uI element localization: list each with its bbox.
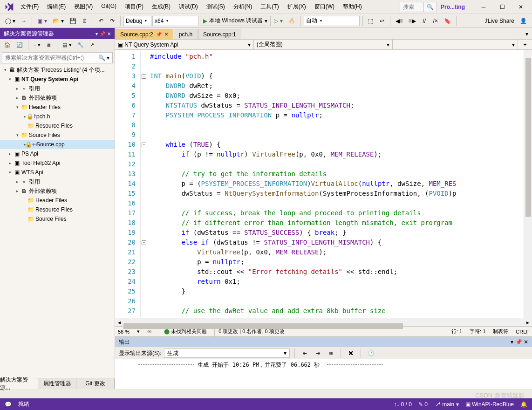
solution-root[interactable]: ▾🏛解决方案 'Process Listing' (4 个项... (0, 65, 115, 75)
save-all-button[interactable]: 🗎 (80, 16, 90, 26)
menu-test[interactable]: 测试(S) (203, 1, 229, 13)
close-icon[interactable]: ✕ (164, 32, 168, 37)
pencil-status[interactable]: ✎ 0 (418, 401, 428, 408)
pin-icon[interactable]: 📌 (156, 32, 162, 37)
branch-status[interactable]: ⎇ main ▾ (434, 401, 459, 408)
whitespace-button[interactable]: ⬚ (366, 16, 376, 26)
start-noattach-button[interactable]: ▷ ▾ (272, 16, 285, 26)
menu-window[interactable]: 窗口(W) (311, 1, 338, 13)
code-lines[interactable]: #include "pch.h" INT main(VOID) { DWORD … (147, 50, 524, 318)
menu-tools[interactable]: 工具(T) (257, 1, 282, 13)
file-tab-source1[interactable]: Source.cpp:1 (198, 29, 241, 39)
project-psapi[interactable]: ▸▣PS Api (0, 149, 115, 158)
split-button[interactable]: ÷ (518, 40, 532, 49)
project-item-external[interactable]: ▸🗎外部依赖项 (0, 186, 115, 196)
forward-button[interactable]: → (19, 16, 29, 26)
project-wts[interactable]: ▾▣WTS Api (0, 168, 115, 177)
repo-status[interactable]: ▣ WinAPI-RedBlue (465, 401, 514, 408)
save-button[interactable]: 💾 (67, 16, 79, 26)
solution-search[interactable]: 🔍 ▾ (2, 52, 113, 63)
menu-analyze[interactable]: 分析(N) (230, 1, 256, 13)
file-pch-h[interactable]: ▸🔒hpch.h (0, 112, 115, 121)
goto-prev-icon[interactable]: ⇤ (300, 348, 310, 358)
new-project-button[interactable]: ▣ ▾ (35, 16, 49, 26)
menu-extensions[interactable]: 扩展(X) (284, 1, 310, 13)
output-source-combo[interactable]: 生成▾ (164, 348, 290, 358)
scope-type[interactable]: (全局范围)▾ (254, 40, 393, 49)
scope-project[interactable]: ▣ NT Query System Api▾ (115, 40, 254, 49)
comment-button[interactable]: // (419, 16, 430, 26)
tabs-mode[interactable]: 制表符 (493, 328, 508, 335)
horizontal-scrollbar[interactable]: ◂▸ (115, 318, 532, 326)
updown-status[interactable]: ↑↓ 0 / 0 (394, 401, 412, 408)
tab-git-changes[interactable]: Git 更改 (76, 378, 115, 389)
menu-git[interactable]: Git(G) (97, 1, 120, 13)
project-item-sources[interactable]: ▾📁Source Files (0, 130, 115, 140)
file-source-cpp[interactable]: ▸🔒++Source.cpp (0, 140, 115, 149)
clear-icon[interactable]: ≋ (326, 348, 336, 358)
platform-combo[interactable]: x64▾ (152, 16, 199, 26)
pin-icon[interactable]: 📌 (100, 31, 105, 36)
project-item-sources[interactable]: 📁Source Files (0, 214, 115, 224)
bookmark-button[interactable]: 🔖 (442, 16, 453, 26)
close-icon[interactable]: ✕ (107, 31, 111, 36)
zoom-level[interactable]: 56 % (118, 329, 130, 335)
preview-icon[interactable]: ↗ (87, 40, 97, 50)
project-item-headers[interactable]: 📁Header Files (0, 196, 115, 205)
project-item-refs[interactable]: ▸▫引用 (0, 84, 115, 93)
wordwrap-button[interactable]: ↩ (377, 16, 387, 26)
undo-button[interactable]: ↶ (96, 16, 106, 26)
filter-icon[interactable]: ▤ ▾ (60, 40, 74, 50)
pin-icon[interactable]: 📌 (515, 339, 522, 345)
file-tab-pch[interactable]: pch.h (174, 29, 198, 39)
tabs-overflow-button[interactable]: ▾ (522, 29, 532, 39)
project-item-refs[interactable]: ▸▫引用 (0, 177, 115, 186)
file-tab-source2[interactable]: Source.cpp:2📌✕ (115, 29, 173, 39)
scope-member[interactable]: ▾ (393, 40, 518, 49)
indent-button[interactable]: ≡▶ (406, 16, 418, 26)
properties-icon[interactable]: 🔧 (75, 40, 86, 50)
home-icon[interactable]: 🏠 (2, 40, 13, 50)
dropdown-icon[interactable]: ▾ (511, 339, 513, 345)
view-icon[interactable]: ≡ ▾ (31, 40, 43, 50)
menu-view[interactable]: 视图(V) (70, 1, 96, 13)
code-area[interactable]: 1234567891011121314151617181920212223242… (115, 50, 532, 318)
menu-edit[interactable]: 编辑(E) (43, 1, 69, 13)
sync-icon[interactable]: 🔄 (14, 40, 25, 50)
scroll-thumb[interactable] (525, 58, 531, 217)
project-item-external[interactable]: ▸🗎外部依赖项 (0, 93, 115, 102)
back-button[interactable]: ◯ ▾ (3, 16, 18, 26)
start-debug-button[interactable]: ▶本地 Windows 调试器▾ (200, 16, 271, 26)
auto-combo[interactable]: 自动▾ (304, 16, 360, 26)
files-icon[interactable]: 🗎 (44, 40, 54, 50)
menu-debug[interactable]: 调试(D) (175, 1, 202, 13)
goto-next-icon[interactable]: ⇥ (313, 348, 323, 358)
hot-reload-button[interactable]: 🔥 (286, 16, 298, 26)
search-icon[interactable]: 🔍 (423, 2, 437, 12)
title-search-input[interactable] (400, 4, 423, 10)
outdent-button[interactable]: ◀≡ (393, 16, 405, 26)
speech-icon[interactable]: 💬 (5, 401, 12, 408)
project-ntquery[interactable]: ▾▣NT Query System Api (0, 75, 115, 84)
project-item-resources[interactable]: 📁Resource Files (0, 205, 115, 214)
menu-help[interactable]: 帮助(H) (339, 1, 366, 13)
tab-properties[interactable]: 属性管理器 (38, 378, 76, 389)
close-button[interactable]: ✕ (512, 0, 530, 14)
redo-button[interactable]: ↷ (107, 16, 117, 26)
vertical-scrollbar[interactable] (524, 50, 532, 318)
menu-project[interactable]: 项目(P) (121, 1, 147, 13)
menu-file[interactable]: 文件(F) (17, 1, 42, 13)
notification-icon[interactable]: 🔔 (520, 401, 527, 408)
wrap-icon[interactable]: 🗙 (346, 348, 356, 358)
solution-search-input[interactable] (5, 55, 98, 61)
project-item-resources[interactable]: 📁Resource Files (0, 121, 115, 130)
project-toolhelp[interactable]: ▸▣Tool Help32 Api (0, 158, 115, 168)
title-search[interactable]: 🔍 (400, 2, 437, 12)
config-combo[interactable]: Debug▾ (123, 16, 151, 26)
uncomment-button[interactable]: /× (430, 16, 441, 26)
menu-build[interactable]: 生成(B) (148, 1, 174, 13)
minimize-button[interactable]: ─ (474, 0, 493, 14)
dropdown-icon[interactable]: ▾ (95, 31, 98, 36)
maximize-button[interactable]: ☐ (493, 0, 512, 14)
live-share-button[interactable]: ⤴ Live Share (483, 16, 517, 26)
